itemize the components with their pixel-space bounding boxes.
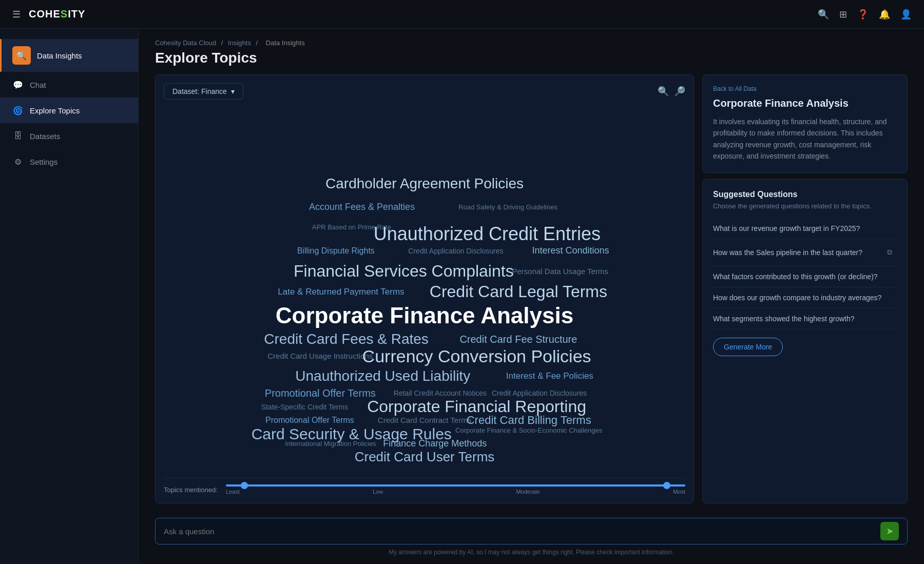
- slider-label-most: Most: [673, 489, 685, 495]
- send-button[interactable]: ➤: [880, 522, 899, 540]
- question-item[interactable]: What factors contributed to this growth …: [713, 266, 897, 287]
- card-title: Corporate Finance Analysis: [713, 96, 897, 110]
- suggested-subtitle: Choose the generated questions related t…: [713, 202, 897, 210]
- nav-right: 🔍 ⊞ ❓ 🔔 👤: [818, 9, 912, 20]
- word-cloud-word[interactable]: Promotional Offer Terms: [265, 386, 376, 400]
- question-text: How does our growth compare to industry …: [713, 294, 897, 302]
- zoom-in-icon[interactable]: 🔍: [658, 86, 669, 97]
- sidebar-item-data-insights[interactable]: 🔍 Data Insights: [0, 39, 138, 72]
- disclaimer: My answers are powered by AI, so I may n…: [155, 549, 908, 556]
- word-cloud-word[interactable]: Corporate Finance Analysis: [276, 301, 573, 330]
- ask-input-wrap: ➤: [155, 518, 908, 544]
- word-cloud-word[interactable]: International Migration Policies: [285, 440, 376, 449]
- slider-container: Least Low Moderate Most: [226, 484, 685, 495]
- wc-toolbar: Dataset: Finance ▾ 🔍 🔎: [164, 83, 685, 100]
- datasets-icon: 🗄: [12, 130, 24, 142]
- breadcrumb-insights[interactable]: Insights: [228, 39, 251, 47]
- question-item[interactable]: What is our revenue growth target in FY2…: [713, 218, 897, 239]
- word-cloud-word[interactable]: Account Fees & Penalties: [309, 201, 415, 213]
- word-cloud-word[interactable]: Billing Dispute Rights: [297, 246, 375, 257]
- suggested-card: Suggested Questions Choose the generated…: [702, 179, 908, 503]
- grid-icon[interactable]: ⊞: [839, 9, 847, 20]
- word-cloud-word[interactable]: Late & Returned Payment Terms: [278, 286, 404, 297]
- back-link[interactable]: Back to All Data: [713, 85, 897, 92]
- slider-thumb-left[interactable]: [241, 482, 248, 489]
- sidebar-item-datasets[interactable]: 🗄 Datasets: [0, 123, 138, 149]
- word-cloud-word[interactable]: Personal Data Usage Terms: [512, 266, 608, 277]
- word-cloud-word[interactable]: Credit Card Legal Terms: [430, 281, 607, 303]
- help-icon[interactable]: ❓: [857, 9, 869, 20]
- ask-input[interactable]: [164, 527, 880, 536]
- word-cloud-word[interactable]: Cardholder Agreement Policies: [325, 174, 524, 192]
- zoom-out-icon[interactable]: 🔎: [674, 86, 685, 97]
- word-cloud-word[interactable]: Interest Conditions: [532, 245, 609, 257]
- slider-label-least: Least: [226, 489, 240, 495]
- sidebar-item-chat[interactable]: 💬 Chat: [0, 72, 138, 98]
- slider-label-low: Low: [373, 489, 383, 495]
- word-cloud-word[interactable]: Corporate Finance & Socio-Economic Chall…: [455, 426, 602, 435]
- word-cloud-word[interactable]: Credit Application Disclosures: [408, 246, 503, 256]
- sidebar-item-explore-topics[interactable]: 🌀 Explore Topics: [0, 98, 138, 123]
- explore-icon: 🌀: [12, 105, 24, 116]
- word-cloud-word[interactable]: Unauthorized Credit Entries: [374, 222, 601, 246]
- question-item[interactable]: How was the Sales pipeline in the last q…: [713, 239, 897, 266]
- card-desc: It involves evaluating its financial hea…: [713, 116, 897, 162]
- slider-section: Topics mentioned: Least Low Moderate Mos…: [164, 478, 685, 495]
- questions-list: What is our revenue growth target in FY2…: [713, 218, 897, 329]
- slider-fill: [226, 484, 685, 487]
- dataset-label: Dataset: Finance: [172, 87, 227, 95]
- question-item[interactable]: How does our growth compare to industry …: [713, 287, 897, 308]
- question-item[interactable]: What segments showed the highest growth?: [713, 308, 897, 329]
- question-text: What segments showed the highest growth?: [713, 315, 897, 323]
- top-navigation: ☰ COHESITY 🔍 ⊞ ❓ 🔔 👤: [0, 0, 924, 29]
- breadcrumb-home[interactable]: Cohesity Data Cloud: [155, 39, 216, 47]
- content-area: Dataset: Finance ▾ 🔍 🔎 Cardholder Agreem…: [139, 74, 924, 512]
- word-cloud-word[interactable]: Road Safety & Driving Guidelines: [458, 203, 557, 211]
- user-icon[interactable]: 👤: [900, 9, 912, 20]
- slider-thumb-right[interactable]: [663, 482, 670, 489]
- word-cloud-word[interactable]: Interest & Fee Policies: [506, 371, 593, 382]
- sidebar-label-datasets: Datasets: [30, 132, 60, 141]
- suggested-title: Suggested Questions: [713, 190, 897, 199]
- breadcrumb-sep1: /: [221, 39, 225, 47]
- word-cloud-word[interactable]: State-Specific Credit Terms: [261, 402, 348, 411]
- main-layout: 🔍 Data Insights 💬 Chat 🌀 Explore Topics …: [0, 29, 924, 564]
- word-cloud-inner: Cardholder Agreement PoliciesAccount Fee…: [164, 106, 685, 478]
- sidebar-label-data-insights: Data Insights: [37, 51, 82, 60]
- slider-label-moderate: Moderate: [516, 489, 540, 495]
- logo: COHESITY: [29, 8, 85, 20]
- word-cloud-word[interactable]: Credit Card User Terms: [355, 449, 495, 466]
- sidebar: 🔍 Data Insights 💬 Chat 🌀 Explore Topics …: [0, 29, 139, 564]
- word-cloud-panel: Dataset: Finance ▾ 🔍 🔎 Cardholder Agreem…: [155, 74, 694, 503]
- chat-icon: 💬: [12, 79, 24, 90]
- word-cloud-word[interactable]: Unauthorized Used Liability: [295, 367, 470, 385]
- word-cloud-word[interactable]: Currency Conversion Policies: [362, 345, 591, 367]
- breadcrumb: Cohesity Data Cloud / Insights / Data In…: [155, 39, 908, 47]
- word-cloud-word[interactable]: Credit Card Usage Instructions: [267, 351, 373, 361]
- hamburger-icon[interactable]: ☰: [12, 9, 21, 20]
- bell-icon[interactable]: 🔔: [879, 9, 890, 20]
- word-cloud-word[interactable]: Financial Services Complaints: [294, 261, 514, 282]
- breadcrumb-sep2: /: [256, 39, 260, 47]
- word-cloud-word[interactable]: Finance Charge Methods: [383, 438, 487, 450]
- slider-label: Topics mentioned:: [164, 486, 218, 494]
- sidebar-item-settings[interactable]: ⚙ Settings: [0, 149, 138, 174]
- dataset-selector[interactable]: Dataset: Finance ▾: [164, 83, 243, 100]
- slider-track[interactable]: [226, 484, 685, 487]
- page-title: Explore Topics: [155, 50, 908, 66]
- sidebar-label-explore: Explore Topics: [30, 106, 80, 115]
- search-icon[interactable]: 🔍: [818, 9, 829, 20]
- data-insights-icon: 🔍: [12, 46, 31, 65]
- question-text: How was the Sales pipeline in the last q…: [713, 248, 882, 257]
- chevron-down-icon: ▾: [231, 87, 235, 95]
- word-cloud-word[interactable]: Credit Card Fee Structure: [459, 333, 577, 346]
- word-cloud-word[interactable]: Credit Card Billing Terms: [467, 413, 591, 428]
- question-text: What is our revenue growth target in FY2…: [713, 224, 897, 232]
- bottom-bar: ➤ My answers are powered by AI, so I may…: [139, 512, 924, 564]
- wc-icons: 🔍 🔎: [658, 86, 685, 97]
- generate-more-button[interactable]: Generate More: [713, 338, 783, 356]
- copy-button[interactable]: ⧉: [882, 245, 897, 260]
- sidebar-label-chat: Chat: [30, 81, 46, 89]
- main-content: Cohesity Data Cloud / Insights / Data In…: [139, 29, 924, 564]
- info-card: Back to All Data Corporate Finance Analy…: [702, 74, 908, 173]
